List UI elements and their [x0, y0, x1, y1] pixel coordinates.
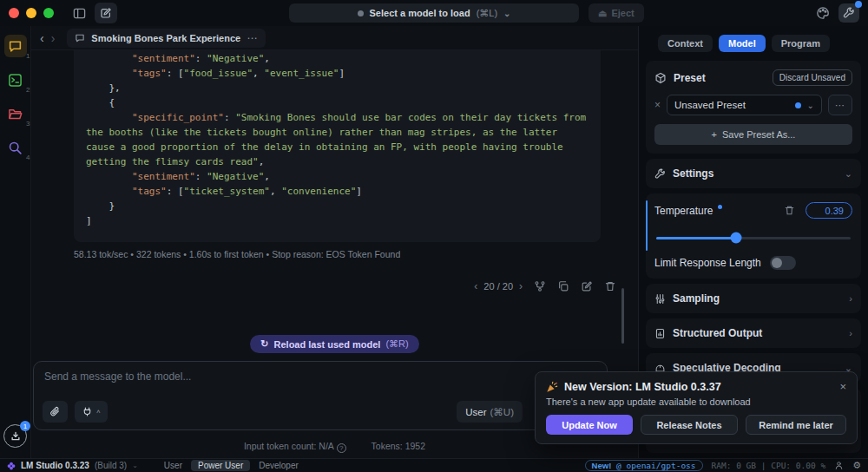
edit-icon[interactable]	[581, 280, 593, 292]
remind-me-later-button[interactable]: Remind me later	[746, 415, 846, 435]
generation-stats: 58.13 tok/sec • 322 tokens • 1.60s to fi…	[74, 249, 638, 259]
forward-chevron-icon[interactable]: ›	[51, 32, 56, 44]
settings-wrench-icon	[654, 168, 666, 180]
model-loader-dropdown[interactable]: Select a model to load (⌘L) ⌄	[289, 3, 579, 23]
tab-context[interactable]: Context	[658, 35, 713, 52]
theme-palette-icon[interactable]	[816, 6, 830, 20]
preset-section: Preset Discard Unsaved × Unsaved Preset …	[646, 61, 861, 154]
chevron-up-icon: ˄	[96, 408, 101, 416]
left-rail: 1 2 3 4 1	[0, 26, 31, 458]
sidebar-item-my-models[interactable]: 3	[4, 102, 27, 125]
chat-tab-title: Smoking Bones Park Experience	[91, 33, 240, 43]
preset-cube-icon	[654, 72, 667, 84]
reload-icon: ↻	[260, 338, 268, 350]
limit-response-toggle[interactable]	[770, 256, 796, 270]
search-icon	[8, 141, 23, 155]
resource-usage: RAM: 0 GB | CPU: 0.00 %	[712, 461, 826, 470]
model-status-dot-icon	[358, 10, 364, 16]
sidebar-item-discover[interactable]: 4	[4, 136, 27, 159]
update-now-button[interactable]: Update Now	[546, 415, 633, 435]
close-icon[interactable]: ×	[839, 380, 846, 393]
assistant-message-code-block: "sentiment": "Negative", "tags": ["food_…	[74, 50, 601, 242]
chevron-down-icon: ⌄	[845, 168, 852, 180]
app-build: (Build 3)	[95, 461, 127, 470]
reset-temperature-icon[interactable]	[784, 205, 795, 216]
plus-icon: +	[712, 129, 717, 140]
party-popper-icon	[546, 381, 558, 393]
help-icon: ?	[337, 443, 346, 453]
temperature-slider-thumb[interactable]	[730, 233, 741, 244]
message-input[interactable]	[44, 370, 596, 400]
user-account-icon[interactable]	[834, 461, 844, 470]
reload-model-button[interactable]: ↻ Reload last used model (⌘R)	[250, 335, 418, 353]
branch-icon[interactable]	[534, 280, 546, 292]
temperature-section: Temperature 0.39 Limit Response Length	[646, 193, 861, 279]
sidebar-toggle-icon[interactable]	[73, 7, 86, 20]
sidebar-item-chat[interactable]: 1	[4, 35, 27, 57]
status-bar: LM Studio 0.3.23 (Build 3) ⌄ User Power …	[0, 458, 868, 472]
mode-developer[interactable]: Developer	[252, 460, 306, 471]
sliders-icon	[654, 293, 666, 305]
chevron-right-icon: ›	[849, 328, 852, 338]
eject-button[interactable]: ⏏ Eject	[589, 3, 644, 23]
model-loader-shortcut: (⌘L)	[477, 8, 497, 19]
downloads-button[interactable]: 1	[3, 424, 27, 448]
role-toggle-button[interactable]: User (⌘U)	[457, 401, 523, 423]
chevron-right-icon: ›	[849, 293, 852, 304]
chevron-down-icon[interactable]: ⌄	[132, 462, 138, 469]
close-window-button[interactable]	[9, 8, 19, 18]
mode-power-user[interactable]: Power User	[191, 460, 250, 471]
release-notes-button[interactable]: Release Notes	[641, 415, 738, 435]
zoom-window-button[interactable]	[43, 8, 54, 18]
minimize-window-button[interactable]	[26, 8, 36, 18]
settings-section-header[interactable]: Settings ⌄	[646, 159, 861, 188]
downloads-count-badge: 1	[20, 421, 30, 431]
structured-output-section[interactable]: Structured Output ›	[646, 318, 861, 348]
new-chat-button[interactable]	[95, 3, 117, 23]
new-model-badge[interactable]: New! @ openai/gpt-oss	[585, 460, 703, 471]
preset-select[interactable]: Unsaved Preset ⌄	[667, 95, 822, 115]
temperature-slider[interactable]	[656, 232, 851, 244]
folder-icon	[8, 107, 23, 121]
tab-model[interactable]: Model	[719, 35, 766, 52]
tab-strip: ‹ › Smoking Bones Park Experience ⋯	[31, 26, 638, 50]
lm-studio-window: Select a model to load (⌘L) ⌄ ⏏ Eject 1	[0, 0, 868, 472]
document-icon	[654, 328, 666, 339]
chevron-down-icon: ⌄	[503, 9, 510, 18]
prev-variation-button[interactable]: ‹	[474, 281, 477, 292]
sampling-section[interactable]: Sampling ›	[646, 284, 861, 313]
app-logo-icon	[7, 462, 16, 470]
notification-title: New Version: LM Studio 0.3.37	[564, 381, 721, 393]
copy-icon[interactable]	[557, 280, 569, 292]
tab-more-icon[interactable]: ⋯	[247, 32, 258, 44]
attach-file-button[interactable]	[43, 401, 68, 423]
save-preset-button[interactable]: + Save Preset As...	[654, 124, 852, 145]
window-controls	[9, 8, 54, 18]
notification-body: There's a new app update available to do…	[546, 397, 846, 407]
variation-counter: 20 / 20	[483, 281, 513, 292]
clear-preset-icon[interactable]: ×	[654, 99, 661, 111]
message-input-container: ˄ User (⌘U)	[33, 361, 608, 430]
unsaved-changes-dot	[795, 102, 801, 108]
chat-scrollbar-thumb[interactable]	[621, 288, 624, 344]
discard-unsaved-button[interactable]: Discard Unsaved	[773, 69, 852, 86]
next-variation-button[interactable]: ›	[519, 281, 523, 292]
user-mode-switch: User Power User Developer	[157, 460, 306, 471]
back-chevron-icon[interactable]: ‹	[40, 32, 44, 44]
preset-more-button[interactable]: ⋯	[828, 95, 852, 115]
code-content: "sentiment": "Negative", "tags": ["food_…	[86, 51, 589, 228]
temperature-value-field[interactable]: 0.39	[806, 202, 852, 219]
delete-icon[interactable]	[604, 280, 616, 292]
update-notification-dot	[855, 1, 862, 8]
chat-tab[interactable]: Smoking Bones Park Experience ⋯	[67, 29, 266, 48]
terminal-icon	[8, 73, 23, 88]
mode-user[interactable]: User	[157, 460, 189, 471]
tab-program[interactable]: Program	[772, 35, 830, 52]
app-version: LM Studio 0.3.23	[21, 461, 89, 470]
plugins-button[interactable]: ˄	[75, 401, 108, 423]
gear-icon[interactable]: ⚙	[852, 460, 861, 471]
sidebar-item-developer[interactable]: 2	[4, 69, 27, 91]
settings-wrench-button[interactable]	[838, 3, 859, 23]
panel-tabs: Context Model Program	[646, 35, 830, 52]
chat-tab-icon	[75, 33, 85, 43]
